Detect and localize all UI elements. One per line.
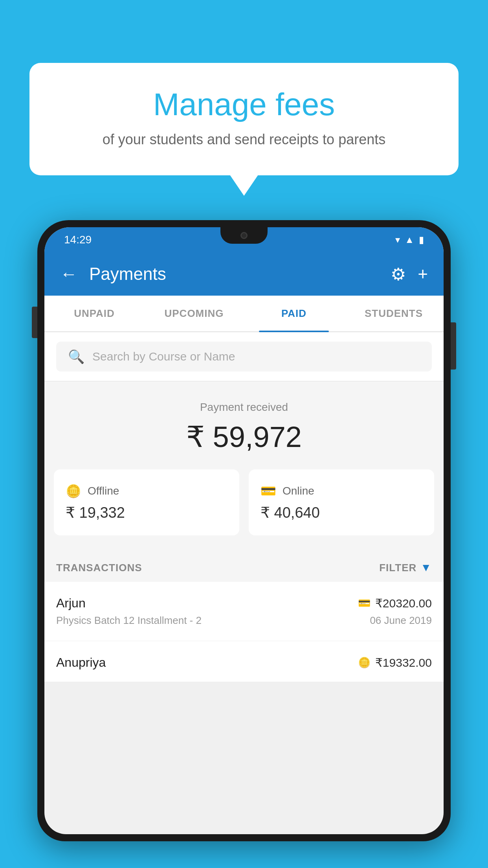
transaction-amount-wrap-2: 🪙 ₹19332.00 (358, 656, 432, 669)
offline-amount: ₹ 19,332 (66, 504, 227, 521)
settings-icon[interactable]: ⚙ (391, 264, 406, 284)
transactions-header: TRANSACTIONS FILTER ▼ (44, 550, 444, 582)
speech-bubble: Manage fees of your students and send re… (29, 63, 459, 175)
transactions-label: TRANSACTIONS (56, 562, 142, 574)
transaction-amount-2: ₹19332.00 (375, 656, 432, 669)
signal-icon: ▲ (405, 234, 414, 245)
transaction-amount: ₹20320.00 (375, 596, 432, 610)
transaction-item[interactable]: Arjun 💳 ₹20320.00 Physics Batch 12 Insta… (44, 582, 444, 641)
payment-cards-row: 🪙 Offline ₹ 19,332 💳 Online ₹ 40,640 (44, 469, 444, 550)
search-container: 🔍 Search by Course or Name (44, 332, 444, 381)
notch-camera (240, 232, 248, 239)
phone-outer: 14:29 ▾ ▲ ▮ ← Payments ⚙ + UNPAID UPCO (37, 220, 451, 841)
payment-received-label: Payment received (56, 401, 432, 414)
transaction-amount-wrap: 💳 ₹20320.00 (358, 596, 432, 610)
payment-received-amount: ₹ 59,972 (56, 420, 432, 454)
online-card: 💳 Online ₹ 40,640 (249, 469, 434, 535)
notch (220, 227, 268, 244)
online-card-header: 💳 Online (261, 484, 422, 498)
search-placeholder: Search by Course or Name (92, 350, 235, 363)
transaction-row-top: Arjun 💳 ₹20320.00 (56, 596, 432, 611)
transaction-row-bottom: Physics Batch 12 Installment - 2 06 June… (56, 614, 432, 627)
filter-button[interactable]: FILTER ▼ (379, 561, 432, 574)
online-label: Online (283, 485, 314, 497)
offline-card: 🪙 Offline ₹ 19,332 (54, 469, 239, 535)
status-icons: ▾ ▲ ▮ (395, 234, 424, 245)
transaction-cash-icon: 🪙 (358, 657, 371, 669)
transaction-name-2: Anupriya (56, 655, 106, 670)
speech-bubble-container: Manage fees of your students and send re… (29, 63, 459, 175)
speech-bubble-subtitle: of your students and send receipts to pa… (61, 131, 427, 148)
online-icon: 💳 (261, 484, 276, 498)
app-bar-title: Payments (89, 264, 379, 284)
tab-students[interactable]: STUDENTS (344, 296, 444, 331)
filter-icon: ▼ (420, 561, 432, 574)
online-amount: ₹ 40,640 (261, 504, 422, 521)
transaction-item-partial[interactable]: Anupriya 🪙 ₹19332.00 (44, 641, 444, 682)
offline-icon: 🪙 (66, 484, 81, 498)
back-button[interactable]: ← (60, 264, 77, 284)
transaction-row-top-2: Anupriya 🪙 ₹19332.00 (56, 655, 432, 670)
search-box[interactable]: 🔍 Search by Course or Name (56, 342, 432, 371)
transaction-date: 06 June 2019 (370, 614, 432, 627)
tab-upcoming[interactable]: UPCOMING (144, 296, 244, 331)
transaction-name: Arjun (56, 596, 86, 611)
tabs-container: UNPAID UPCOMING PAID STUDENTS (44, 296, 444, 332)
transaction-card-icon: 💳 (358, 597, 371, 609)
offline-label: Offline (88, 485, 119, 497)
payment-received-section: Payment received ₹ 59,972 (44, 381, 444, 469)
phone-inner: 14:29 ▾ ▲ ▮ ← Payments ⚙ + UNPAID UPCO (44, 227, 444, 834)
app-bar: ← Payments ⚙ + (44, 252, 444, 296)
status-time: 14:29 (64, 234, 92, 246)
add-icon[interactable]: + (418, 264, 428, 284)
tab-unpaid[interactable]: UNPAID (44, 296, 144, 331)
phone-mockup: 14:29 ▾ ▲ ▮ ← Payments ⚙ + UNPAID UPCO (37, 220, 451, 868)
search-icon: 🔍 (68, 349, 84, 364)
transaction-detail: Physics Batch 12 Installment - 2 (56, 614, 202, 627)
filter-label: FILTER (379, 562, 416, 574)
speech-bubble-title: Manage fees (61, 86, 427, 123)
offline-card-header: 🪙 Offline (66, 484, 227, 498)
battery-icon: ▮ (419, 234, 424, 245)
tab-paid[interactable]: PAID (244, 296, 344, 331)
app-bar-icons: ⚙ + (391, 264, 428, 284)
wifi-icon: ▾ (395, 234, 400, 245)
